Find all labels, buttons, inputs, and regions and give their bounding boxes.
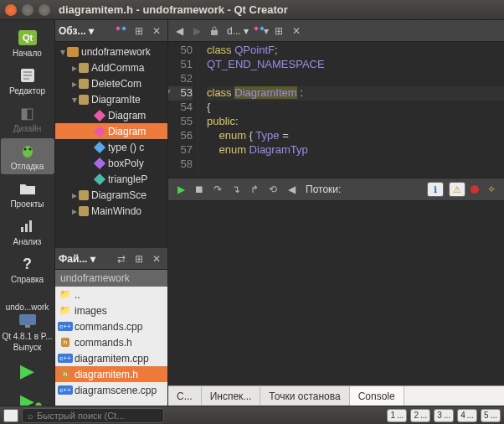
- svg-text:Qt: Qt: [22, 33, 33, 43]
- close-editor-icon[interactable]: ✕: [289, 23, 304, 39]
- files-list[interactable]: 📁..📁imagesc++commands.cpphcommands.hc++d…: [55, 287, 167, 406]
- tab-inspector[interactable]: Инспек...: [202, 386, 261, 406]
- step-into-icon[interactable]: ↴: [229, 182, 244, 197]
- mode-editor[interactable]: Редактор: [1, 63, 54, 99]
- output-pane-1[interactable]: 1...: [387, 409, 407, 422]
- window-minimize-icon[interactable]: [22, 4, 33, 16]
- mode-welcome[interactable]: Qt Начало: [1, 25, 54, 61]
- tree-root[interactable]: ▾undoframework: [55, 44, 167, 59]
- svg-rect-18: [67, 47, 79, 57]
- outline-header: Обз... ▾ ⊞ ✕: [55, 20, 167, 42]
- mode-design[interactable]: ◧ Дизайн: [1, 101, 54, 137]
- window-close-icon[interactable]: [5, 4, 17, 16]
- nav-back-icon[interactable]: ◀: [172, 23, 187, 39]
- member-icon: [94, 110, 105, 122]
- bug-icon: [16, 142, 39, 160]
- tab-stack[interactable]: С...: [168, 386, 202, 406]
- folder-icon: 📁: [59, 289, 72, 301]
- editor-tab[interactable]: d... ▾: [224, 25, 251, 37]
- error-indicator-icon[interactable]: [471, 185, 479, 194]
- window-title: diagramitem.h - undoframework - Qt Creat…: [59, 3, 288, 16]
- tree-item[interactable]: Diagram: [55, 123, 167, 139]
- filter-icon[interactable]: ▾: [254, 23, 269, 39]
- files-title[interactable]: Фай... ▾: [59, 253, 111, 265]
- frame-back-icon[interactable]: ◀: [284, 182, 299, 197]
- close-pane-icon[interactable]: ✕: [149, 23, 164, 39]
- nav-fwd-icon[interactable]: ▶: [189, 23, 204, 39]
- member-icon: [94, 158, 105, 169]
- file-row[interactable]: c++diagramscene.cpp: [55, 382, 167, 398]
- class-icon: [79, 79, 89, 89]
- play-icon: ▶: [20, 360, 34, 382]
- svg-rect-19: [211, 30, 218, 35]
- split-icon[interactable]: ⊞: [131, 23, 147, 39]
- lock-icon[interactable]: [207, 23, 222, 39]
- titlebar: diagramitem.h - undoframework - Qt Creat…: [0, 0, 504, 20]
- svg-rect-17: [121, 26, 126, 31]
- warning-icon[interactable]: ⚠: [449, 182, 465, 197]
- views-icon[interactable]: ✧: [484, 182, 499, 197]
- svg-point-8: [28, 148, 31, 151]
- debug-continue-icon[interactable]: ▶: [173, 182, 188, 197]
- class-icon: [79, 190, 89, 200]
- cpp-file-icon: c++: [59, 385, 72, 396]
- tree-item[interactable]: ▸MainWindo: [55, 203, 167, 219]
- sync-icon[interactable]: ⇄: [114, 251, 129, 266]
- filter-icon[interactable]: [114, 23, 129, 39]
- file-row[interactable]: hcommands.h: [55, 334, 167, 350]
- outline-tree[interactable]: ▾undoframework ▸AddComma ▸DeleteCom ▾Dia…: [55, 42, 167, 248]
- file-row[interactable]: c++commands.cpp: [55, 318, 167, 334]
- svg-rect-10: [25, 224, 28, 232]
- mode-analyze[interactable]: Анализ: [1, 214, 54, 250]
- split-icon[interactable]: ⊞: [271, 23, 286, 39]
- close-pane-icon[interactable]: ✕: [149, 251, 164, 266]
- tree-item[interactable]: ▸DiagramSce: [55, 187, 167, 203]
- output-pane-2[interactable]: 2...: [410, 409, 430, 422]
- kit-selector[interactable]: undo...work Qt 4.8.1 в P... Выпуск: [1, 297, 54, 355]
- step-over-icon[interactable]: ↷: [210, 182, 225, 197]
- svg-rect-12: [19, 314, 36, 325]
- mode-debug[interactable]: Отладка: [1, 138, 54, 174]
- info-icon[interactable]: ℹ: [427, 182, 444, 197]
- window-maximize-icon[interactable]: [39, 4, 50, 16]
- mode-help[interactable]: ? Справка: [1, 251, 54, 287]
- run-button[interactable]: ▶: [1, 357, 54, 385]
- tab-breakpoints[interactable]: Точки останова: [260, 386, 349, 406]
- folder-icon: [16, 179, 39, 198]
- editor-icon: [16, 66, 39, 85]
- folder-icon: 📁: [59, 305, 72, 317]
- step-out-icon[interactable]: ↱: [247, 182, 262, 197]
- mode-projects[interactable]: Проекты: [1, 176, 54, 212]
- class-icon: [79, 63, 89, 73]
- tree-item[interactable]: ▸AddComma: [55, 59, 167, 75]
- tree-item[interactable]: ▾DiagramIte: [55, 91, 167, 107]
- output-pane-3[interactable]: 3...: [434, 409, 454, 422]
- qt-logo-icon: Qt: [16, 28, 39, 47]
- statusbar: ⌕Быстрый поиск (Ct... 1... 2... 3... 4..…: [0, 406, 504, 424]
- header-file-icon: h: [59, 337, 72, 349]
- output-pane-5[interactable]: 5...: [481, 409, 501, 422]
- tree-item[interactable]: Diagram: [55, 107, 167, 123]
- restart-icon[interactable]: ⟲: [265, 182, 280, 197]
- file-row[interactable]: 📁images: [55, 302, 167, 318]
- tree-item[interactable]: type () c: [55, 139, 167, 155]
- locator-input[interactable]: ⌕Быстрый поиск (Ct...: [22, 408, 164, 423]
- cpp-file-icon: c++: [59, 321, 72, 333]
- outline-title[interactable]: Обз... ▾: [59, 25, 111, 37]
- file-row[interactable]: c++diagramitem.cpp: [55, 350, 167, 366]
- file-row[interactable]: hdiagramitem.h: [55, 366, 167, 382]
- tab-console[interactable]: Console: [350, 386, 404, 406]
- search-icon: ⌕: [28, 411, 33, 421]
- tree-item[interactable]: ▸DeleteCom: [55, 75, 167, 91]
- split-icon[interactable]: ⊞: [131, 251, 147, 266]
- toggle-sidebar-icon[interactable]: [3, 409, 18, 422]
- tree-item[interactable]: triangleP: [55, 171, 167, 187]
- debug-stop-icon[interactable]: ⏹: [192, 182, 207, 197]
- member-icon: [94, 126, 105, 137]
- svg-point-7: [23, 148, 26, 151]
- files-crumb[interactable]: undoframework: [55, 270, 167, 287]
- header-file-icon: h: [59, 369, 72, 380]
- tree-item[interactable]: boxPoly: [55, 155, 167, 171]
- output-pane-4[interactable]: 4...: [457, 409, 477, 422]
- file-row[interactable]: 📁..: [55, 287, 167, 302]
